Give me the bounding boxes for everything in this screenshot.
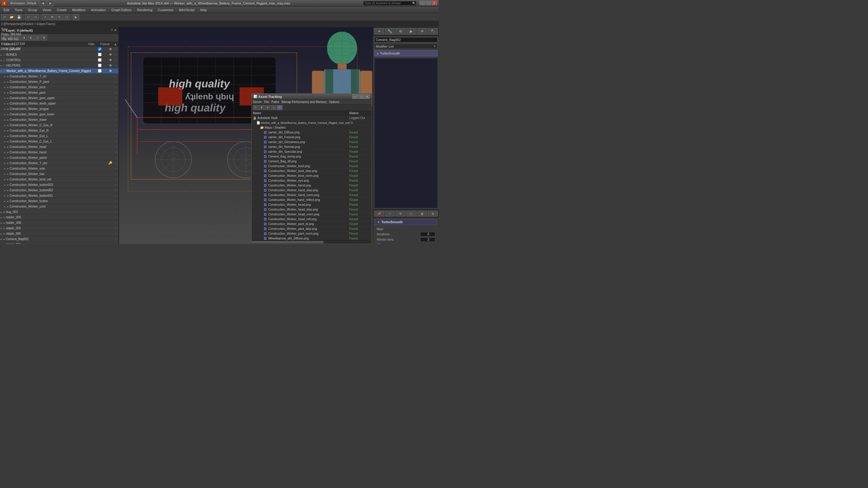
- list-item[interactable]: 🖼 Construction_Worker_pant_disp.png Foun…: [252, 227, 372, 231]
- list-item[interactable]: ▸ □ CONTROL ❄ ≡: [0, 58, 119, 63]
- expand-icon[interactable]: ▸: [1, 53, 4, 56]
- list-item[interactable]: 🔒 Autodesk Vault Logged Out: [252, 116, 372, 121]
- asset-missing-btn[interactable]: ⚠: [271, 105, 276, 110]
- list-item[interactable]: ▸ ▸ holder_005 ≡: [0, 215, 119, 220]
- object-name-input[interactable]: [374, 37, 438, 42]
- asset-menu-paths[interactable]: Paths: [272, 100, 279, 104]
- asset-close-btn[interactable]: ✕: [364, 95, 370, 99]
- create-tab[interactable]: ✦: [374, 28, 384, 35]
- expand-icon[interactable]: ▸: [4, 124, 7, 127]
- asset-reload-btn[interactable]: ⬇: [259, 105, 264, 110]
- list-item[interactable]: ▸ ▸ Construction_Worker_boot_net ≡: [0, 177, 119, 182]
- menu-graph-editors[interactable]: Graph Editors: [109, 7, 134, 12]
- expand-icon[interactable]: ▸: [4, 200, 7, 203]
- expand-icon[interactable]: ▸: [4, 145, 7, 149]
- layer-freeze-btn[interactable]: ❄: [41, 35, 47, 40]
- list-item[interactable]: ▸ ▸ staple_005 ≡: [0, 226, 119, 231]
- mod-show-result-btn[interactable]: 👁: [396, 210, 406, 217]
- list-item[interactable]: ▸ ▸ Construction_Worker_pant ≡: [0, 90, 119, 96]
- list-item[interactable]: 🖼 Construction_Worker_eye.png Found: [252, 178, 372, 183]
- expand-icon[interactable]: ▸: [4, 91, 7, 94]
- save-btn[interactable]: 💾: [16, 14, 22, 20]
- list-item[interactable]: ▸ ▸ staple_006 ≡: [0, 231, 119, 236]
- modifier-entry[interactable]: ◈ TurboSmooth: [374, 50, 438, 56]
- list-item[interactable]: ▸ ▸ Construction_Worker_cord ≡: [0, 204, 119, 209]
- search-input[interactable]: [364, 1, 412, 5]
- close-button[interactable]: ✕: [432, 1, 437, 5]
- expand-icon[interactable]: ▸: [1, 59, 4, 62]
- layer-hide-check[interactable]: [94, 53, 106, 57]
- asset-menu-file[interactable]: File: [264, 100, 269, 104]
- list-item[interactable]: ▸ ▸ Construction_Worker_hand ≡: [0, 150, 119, 155]
- mod-make-unique-btn[interactable]: ⬡: [406, 210, 416, 217]
- menu-help[interactable]: Help: [198, 7, 210, 12]
- expand-icon[interactable]: ▸: [4, 102, 7, 105]
- nav-back-btn[interactable]: ◀: [39, 0, 46, 6]
- expand-icon[interactable]: ▸: [4, 75, 7, 78]
- expand-icon[interactable]: ▸: [4, 113, 7, 116]
- expand-icon[interactable]: ▸: [4, 194, 7, 197]
- list-item[interactable]: ▸ ▸ Construction_Worker_boot ≡: [0, 85, 119, 90]
- list-item[interactable]: ▸ ▸ staple_004 ≡: [0, 242, 119, 244]
- move-btn[interactable]: ✥: [49, 14, 56, 20]
- list-item[interactable]: ▸ ▸ Construction_Worker_C_Eye_R ≡: [0, 123, 119, 128]
- asset-list[interactable]: 🔒 Autodesk Vault Logged Out 📄 Worker_wit…: [252, 116, 372, 240]
- render-iters-input[interactable]: [420, 237, 435, 242]
- list-item[interactable]: 🖼 Cement_Bag_bump.png Found: [252, 154, 372, 159]
- mod-active-btn[interactable]: ✓: [385, 210, 395, 217]
- scale-btn[interactable]: ⬡: [63, 14, 70, 20]
- modifier-list-dropdown[interactable]: Modifier List ▼: [374, 44, 438, 49]
- modify-tab[interactable]: 🔧: [385, 28, 395, 35]
- expand-icon[interactable]: ▸: [4, 97, 7, 100]
- expand-icon[interactable]: ▸: [1, 221, 4, 224]
- expand-icon[interactable]: ▸: [4, 156, 7, 159]
- mod-remove-btn[interactable]: 🗑: [417, 210, 427, 217]
- asset-menu-bitmap[interactable]: Bitmap Performance and Memory: [281, 100, 327, 104]
- expand-icon[interactable]: ▸: [1, 216, 4, 219]
- expand-icon[interactable]: ▸: [4, 178, 7, 181]
- list-item[interactable]: ▸ ▸ Cement_Bag002 ≡: [0, 236, 119, 242]
- layer-hide-check[interactable]: [94, 69, 106, 73]
- utility-tab[interactable]: 🔨: [428, 28, 438, 35]
- list-item[interactable]: ▸ ▸ Construction_Worker_lower ≡: [0, 117, 119, 123]
- list-item[interactable]: 🖼 carrier_dirt_Specular.png Found: [252, 150, 372, 154]
- list-item[interactable]: 🖼 Construction_Worker_hand_disp.png Foun…: [252, 188, 372, 193]
- list-item[interactable]: ▸ ▸ Construction_Worker_button001 ≡: [0, 193, 119, 198]
- list-item[interactable]: 🖼 Cement_Bag_dif.png Found: [252, 159, 372, 164]
- list-item[interactable]: 🖼 carrier_dirt_Fresnel.png Found: [252, 135, 372, 140]
- list-item[interactable]: ▸ ▸ Construction_Worker_gum_upper ≡: [0, 96, 119, 101]
- list-item[interactable]: ▸ ▸ Construction_Worker_T_drv 🔑 ≡: [0, 161, 119, 166]
- hierarchy-tab[interactable]: ⚙: [396, 28, 406, 35]
- list-item[interactable]: 🖼 Construction_Worker_head_norm.png Foun…: [252, 212, 372, 217]
- expand-icon[interactable]: ▸: [4, 86, 7, 89]
- list-item[interactable]: ▾ □ Worker_with_a_Wheelbarrow_Battery_Fr…: [0, 68, 119, 74]
- params-header[interactable]: ▼ TurboSmooth: [375, 219, 437, 225]
- list-item[interactable]: ▸ ▸ Construction_Worker_teeth_upper ≡: [0, 101, 119, 106]
- menu-rendering[interactable]: Rendering: [135, 7, 155, 12]
- expand-icon[interactable]: ▸: [1, 232, 4, 235]
- expand-icon[interactable]: ▸: [4, 107, 7, 110]
- rotate-btn[interactable]: ↻: [56, 14, 63, 20]
- redo-btn[interactable]: ↪: [32, 14, 39, 20]
- expand-icon[interactable]: ▾: [1, 70, 4, 73]
- list-item[interactable]: 🖼 Construction_Worker_boot_disp.png Foun…: [252, 169, 372, 173]
- list-item[interactable]: ▸ ▸ Construction_Worker_T_sh ≡: [0, 74, 119, 79]
- asset-highlight-btn[interactable]: ✦: [265, 105, 270, 110]
- minimize-button[interactable]: —: [420, 1, 425, 5]
- list-item[interactable]: 📄 Worker_with_a_Wheelbarrow_Battery_Fram…: [252, 121, 372, 125]
- list-item[interactable]: ▸ □ BONES ❄ ≡: [0, 52, 119, 58]
- expand-icon[interactable]: ▸: [1, 210, 4, 214]
- layer-hide-check[interactable]: [94, 58, 106, 62]
- restore-button[interactable]: □: [426, 1, 431, 5]
- list-item[interactable]: ▸ ▸ Construction_Worker_hair ≡: [0, 171, 119, 177]
- list-item[interactable]: 🖼 carrier_dirt_Glossiness.png Found: [252, 140, 372, 144]
- workspace-dropdown[interactable]: Workspace: Default: [8, 1, 38, 5]
- menu-modifiers[interactable]: Modifiers: [70, 7, 88, 12]
- list-item[interactable]: ▸ ▸ Construction_Worker_sole ≡: [0, 166, 119, 171]
- list-item[interactable]: 🖼 Construction_Worker_hand.png Found: [252, 183, 372, 188]
- asset-h-scrollbar[interactable]: [252, 240, 372, 244]
- list-item[interactable]: ▸ ▸ Construction_Worker_button002 ≡: [0, 188, 119, 193]
- expand-icon[interactable]: ▸: [4, 119, 7, 121]
- menu-maxscript[interactable]: MAXScript: [177, 7, 197, 12]
- menu-animation[interactable]: Animation: [89, 7, 108, 12]
